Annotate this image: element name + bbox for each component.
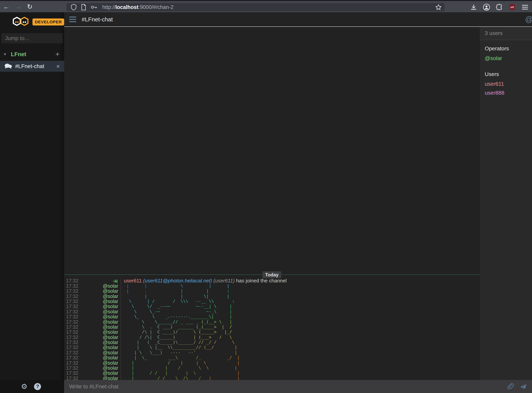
settings-gear-icon[interactable]: ⚙: [21, 382, 27, 391]
ascii-art-line: | | \| |: [124, 294, 229, 299]
account-icon[interactable]: [482, 3, 491, 11]
key-icon[interactable]: [91, 5, 97, 9]
message-time: 17:32: [64, 370, 79, 375]
message-sender[interactable]: @solar: [79, 360, 121, 365]
forward-button[interactable]: →: [13, 2, 23, 11]
message-sender[interactable]: @solar: [79, 283, 121, 288]
app-logo: DEVELOPER: [12, 15, 64, 29]
date-separator: Today: [64, 271, 479, 278]
message-row: 17:32@solar \ \/ _--~~ ~--__| \ |: [64, 304, 479, 309]
ascii-art-line: | . | | :: [124, 288, 229, 294]
message-content: | \ |__ \\_________// (__/ |: [121, 345, 479, 350]
extensions-puzzle-icon[interactable]: [495, 3, 504, 11]
userlist-section-operators: Operators: [485, 45, 532, 52]
joined-hostmask[interactable]: (user611@photon.heliacal.net): [142, 278, 212, 284]
message-list: 17:32user611 (user611@photon.heliacal.ne…: [64, 278, 479, 391]
url-text[interactable]: http://localhost:9000/#/chan-2: [102, 4, 173, 10]
message-content: | | \ | |: [121, 283, 479, 288]
userlist-nick[interactable]: user888: [485, 90, 532, 96]
message-sender[interactable]: @solar: [79, 340, 121, 345]
close-channel-icon[interactable]: ×: [56, 63, 60, 70]
jump-search-box[interactable]: [2, 33, 63, 43]
sidebar-footer: ⚙ ?: [0, 380, 64, 393]
shield-icon[interactable]: [71, 4, 77, 10]
message-sender[interactable]: @solar: [79, 335, 121, 340]
reload-button[interactable]: ↻: [25, 2, 35, 11]
back-button[interactable]: ←: [1, 2, 12, 11]
message-sender[interactable]: @solar: [79, 329, 121, 334]
message-sender[interactable]: @solar: [79, 304, 121, 309]
message-area[interactable]: Today 17:32user611 (user611@photon.helia…: [64, 27, 479, 393]
message-time: 17:32: [64, 345, 79, 350]
chat-bubbles-icon: [4, 63, 12, 69]
message-time: 17:32: [64, 355, 79, 360]
ascii-art-line: \_ \ _.-------._______\| |: [124, 314, 232, 319]
message-sender[interactable]: @solar: [79, 309, 121, 314]
message-sender[interactable]: @solar: [79, 355, 121, 360]
message-sender[interactable]: @solar: [79, 345, 121, 350]
menu-hamburger-icon[interactable]: [521, 3, 529, 11]
message-time: 17:32: [64, 335, 79, 340]
mentions-at-icon[interactable]: @: [525, 15, 532, 24]
message-sender[interactable]: @solar: [79, 350, 121, 355]
joined-nick[interactable]: user611: [124, 278, 142, 284]
message-content: | / / | | \ |: [121, 370, 479, 375]
add-channel-icon[interactable]: +: [55, 51, 59, 57]
message-content: \ \______// _ ___ _ (_(__> \ |: [121, 319, 479, 324]
network-row[interactable]: ▾ LFnet +: [0, 50, 64, 59]
help-icon[interactable]: ?: [34, 383, 41, 390]
message-time: 17:32: [64, 294, 79, 299]
message-row: 17:32@solar | . | | :: [64, 288, 479, 294]
sidebar-item-channel[interactable]: #LFnet-chat ×: [0, 61, 64, 72]
message-time: 17:32: [64, 319, 79, 324]
message-row: 17:32@solar | / | | \ |: [64, 360, 479, 365]
user-list: Operators @solar Users user611 user888: [480, 40, 532, 99]
message-sender[interactable]: @solar: [79, 365, 121, 370]
message-row: 17:32user611 (user611@photon.heliacal.ne…: [64, 278, 479, 283]
userlist-nick[interactable]: @solar: [485, 55, 532, 61]
chevron-down-icon[interactable]: ▾: [4, 52, 9, 57]
ascii-art-line: | | / \ \ |: [124, 365, 237, 370]
network-name[interactable]: LFnet: [11, 51, 55, 58]
ascii-art-line: \ | / / \\\ --__ \\ :: [124, 299, 235, 304]
sidebar-toggle-icon[interactable]: [69, 16, 76, 22]
message-time: 17:32: [64, 365, 79, 370]
message-sender[interactable]: @solar: [79, 319, 121, 324]
page: ← → ↻ http://localhost:9000/#/chan-2: [0, 0, 532, 393]
message-sender[interactable]: @solar: [79, 288, 121, 294]
bookmark-star-icon[interactable]: [435, 4, 442, 10]
message-input[interactable]: [64, 383, 507, 390]
joined-account: (user611): [212, 278, 235, 284]
message-content: | | \| |: [121, 294, 479, 299]
message-row: 17:32@solar \ . C ___) ______ (_(____> |…: [64, 324, 479, 329]
message-sender[interactable]: @solar: [79, 314, 121, 319]
join-icon-cell: [79, 278, 121, 283]
ascii-art-line: / /\| C_____) | (___> / \: [124, 335, 232, 340]
userlist-nick[interactable]: user611: [485, 81, 532, 87]
message-time: 17:32: [64, 288, 79, 294]
download-icon[interactable]: [469, 3, 478, 11]
ascii-art-line: | \ \___) ---- --' |: [124, 350, 237, 355]
channel-name[interactable]: #LFnet-chat: [15, 63, 56, 69]
join-arrow-icon: [113, 279, 118, 283]
message-content: / /\| C_____) | (___> / \: [121, 335, 479, 340]
message-sender[interactable]: @solar: [79, 324, 121, 329]
ascii-art-line: | / | | \ |: [124, 360, 240, 365]
message-sender[interactable]: @solar: [79, 370, 121, 375]
message-row: 17:32@solar / /\| C_____) | (___> / \: [64, 335, 479, 340]
url-bar[interactable]: http://localhost:9000/#/chan-2: [67, 3, 444, 11]
ascii-art-line: | | \ | |: [124, 283, 229, 288]
message-time: 17:32: [64, 360, 79, 365]
attach-paperclip-icon[interactable]: [507, 383, 514, 390]
ublock-origin-icon[interactable]: uO: [508, 3, 517, 11]
send-icon[interactable]: [520, 383, 527, 390]
message-input-bar: [64, 380, 532, 393]
message-sender[interactable]: @solar: [79, 299, 121, 304]
message-sender[interactable]: @solar: [79, 294, 121, 299]
user-search-box[interactable]: [480, 27, 532, 40]
join-action-text: has joined the channel: [235, 278, 287, 284]
user-search-input[interactable]: [480, 30, 532, 37]
message-row: 17:32@solar | ( _C_____)\______/ // _/ /…: [64, 340, 479, 345]
ascii-art-line: | ( _C_____)\______/ // _/ / \: [124, 340, 235, 345]
page-info-icon[interactable]: [81, 4, 86, 10]
